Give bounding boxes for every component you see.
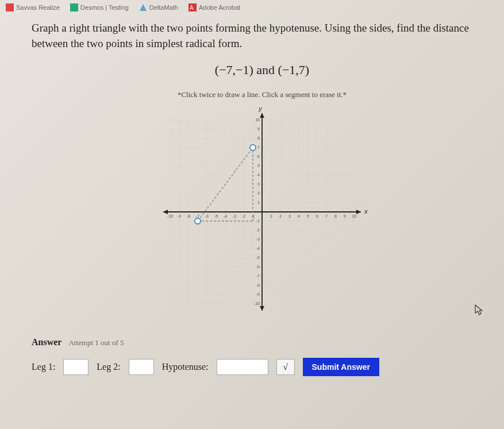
svg-text:6: 6 [257, 154, 260, 159]
svg-point-99 [250, 145, 256, 150]
bookmark-label: Adobe Acrobat [199, 4, 240, 11]
svg-text:-9: -9 [178, 214, 181, 218]
bookmark-deltamath[interactable]: DeltaMath [139, 3, 178, 11]
svg-marker-51 [260, 113, 264, 118]
svg-text:-5: -5 [256, 256, 260, 260]
svg-point-98 [195, 218, 201, 224]
svg-text:7: 7 [325, 214, 328, 218]
acrobat-icon: A [188, 3, 197, 11]
svg-marker-52 [260, 306, 264, 311]
bookmark-label: Desmos | Testing [80, 4, 129, 11]
svg-text:A: A [190, 5, 194, 11]
question-text: Graph a right triangle with the two poin… [32, 21, 493, 51]
svg-text:-6: -6 [205, 214, 209, 218]
svg-text:x: x [364, 208, 368, 215]
svg-text:5: 5 [257, 164, 260, 168]
svg-text:-7: -7 [256, 274, 260, 278]
svg-marker-50 [163, 210, 168, 214]
svg-text:1: 1 [270, 214, 272, 218]
submit-button[interactable]: Submit Answer [303, 358, 379, 376]
svg-text:10: 10 [352, 214, 356, 218]
svg-text:-3: -3 [233, 214, 236, 218]
svg-text:-5: -5 [214, 214, 218, 218]
svg-text:3: 3 [288, 214, 291, 218]
sqrt-button[interactable]: √ [276, 359, 295, 375]
svg-text:y: y [258, 105, 263, 112]
given-points: (−7,−1) and (−1,7) [32, 63, 493, 78]
svg-text:2: 2 [279, 214, 282, 218]
svg-text:-2: -2 [242, 214, 245, 218]
svg-text:8: 8 [257, 136, 260, 140]
svg-text:-8: -8 [256, 283, 260, 287]
svg-text:-9: -9 [256, 292, 260, 296]
svg-text:5: 5 [307, 214, 309, 218]
svg-text:-10: -10 [167, 214, 173, 218]
svg-text:-4: -4 [256, 246, 260, 250]
bookmark-acrobat[interactable]: A Adobe Acrobat [188, 3, 240, 11]
graph-hint: *Click twice to draw a line. Click a seg… [32, 90, 493, 99]
bookmark-label: Savvas Realize [16, 4, 60, 11]
bookmarks-bar: Savvas Realize Desmos | Testing DeltaMat… [0, 0, 504, 15]
deltamath-icon [139, 3, 147, 11]
leg2-input[interactable] [129, 359, 154, 375]
svg-text:-4: -4 [224, 214, 227, 218]
leg2-label: Leg 2: [97, 362, 120, 372]
svg-text:9: 9 [344, 214, 346, 218]
coordinate-graph[interactable]: -10-9-8-7-6-5-4-3-2-112345678910-10-9-8-… [153, 103, 371, 321]
answer-section: Answer Attempt 1 out of 5 Leg 1: Leg 2: … [32, 337, 493, 376]
bookmark-realize[interactable]: Savvas Realize [6, 3, 60, 11]
svg-text:10: 10 [255, 118, 260, 122]
svg-text:-7: -7 [196, 214, 199, 218]
sqrt-icon: √ [283, 362, 287, 372]
bookmark-label: DeltaMath [149, 4, 178, 11]
svg-rect-0 [6, 3, 14, 11]
svg-text:4: 4 [257, 173, 260, 177]
main-content: Graph a right triangle with the two poin… [0, 15, 504, 376]
svg-text:7: 7 [257, 145, 260, 149]
hypotenuse-label: Hypotenuse: [162, 362, 209, 372]
answer-label: Answer [32, 337, 61, 347]
leg1-label: Leg 1: [32, 362, 55, 372]
bookmark-desmos[interactable]: Desmos | Testing [70, 3, 129, 11]
svg-text:-2: -2 [256, 228, 260, 232]
desmos-icon [70, 3, 78, 11]
svg-text:9: 9 [257, 127, 260, 131]
svg-text:8: 8 [334, 214, 337, 218]
svg-text:1: 1 [257, 200, 260, 204]
attempt-count: Attempt 1 out of 5 [68, 338, 124, 347]
svg-text:-3: -3 [256, 237, 260, 241]
svg-marker-49 [356, 210, 361, 214]
svg-text:3: 3 [257, 182, 260, 186]
cursor-icon [475, 304, 484, 319]
leg1-input[interactable] [63, 359, 89, 375]
svg-text:-1: -1 [256, 219, 260, 223]
svg-text:2: 2 [257, 191, 260, 195]
svg-text:4: 4 [298, 214, 300, 218]
hypotenuse-input[interactable] [217, 359, 268, 375]
svg-marker-2 [140, 4, 147, 11]
svg-text:-6: -6 [256, 265, 260, 269]
svg-text:-8: -8 [187, 214, 190, 218]
svg-rect-1 [70, 3, 78, 11]
svg-text:6: 6 [316, 214, 318, 218]
svg-text:-10: -10 [254, 302, 260, 306]
realize-icon [6, 3, 14, 11]
